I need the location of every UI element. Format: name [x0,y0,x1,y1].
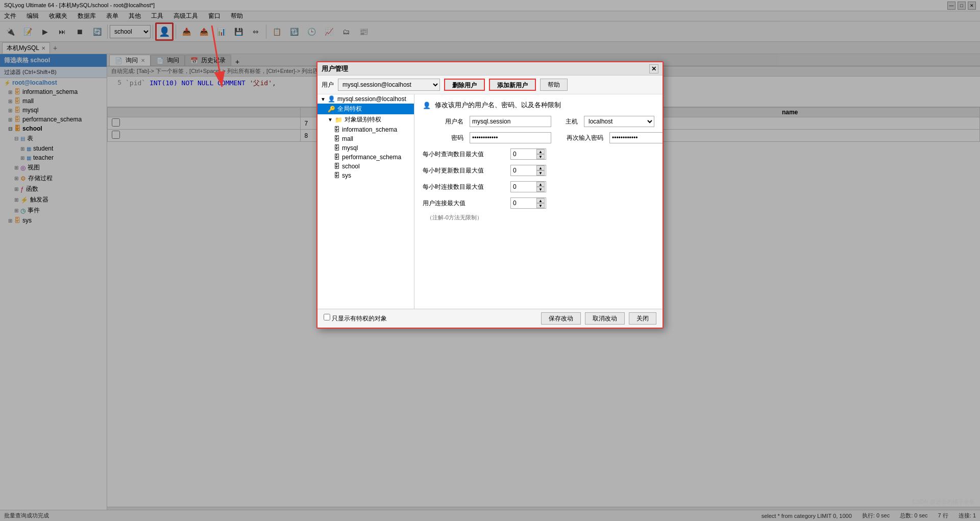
max-updates-up[interactable]: ▲ [536,165,545,170]
max-user-conn-input[interactable] [511,198,536,208]
modal-db-label-sys: sys [342,172,351,179]
modal-tree-mysql[interactable]: 🗄 mysql [317,143,414,153]
max-user-conn-spin-btns: ▲ ▼ [536,198,545,208]
user-management-modal: 用户管理 ✕ 用户 mysql.session@localhost 删除用户 添… [316,61,664,329]
modal-db-icon-info: 🗄 [334,126,340,133]
save-changes-btn[interactable]: 保存改动 [541,312,581,325]
modal-db-label-mall: mall [342,135,353,142]
modal-title-bar: 用户管理 ✕ [317,62,663,76]
max-queries-spin-btns: ▲ ▼ [536,149,545,159]
modal-title: 用户管理 [322,64,348,73]
modal-user-form: 👤 修改该用户的用户名、密码、以及各种限制 用户名 主机 localhost 密… [414,94,663,309]
max-queries-input[interactable] [511,149,536,159]
repassword-label: 再次输入密码 [557,134,603,142]
global-privs-label: 全局特权 [337,105,362,113]
max-connections-label: 每小时连接数目最大值 [423,183,504,191]
max-updates-input[interactable] [511,165,536,176]
user-label: 用户 [322,81,334,89]
host-label: 主机 [557,117,578,126]
modal-toolbar: 用户 mysql.session@localhost 删除用户 添加新用户 帮助 [317,76,663,94]
modal-body: ▼ 👤 mysql.session@localhost 🔑 全局特权 ▼ 📁 对… [317,94,663,309]
max-user-conn-down[interactable]: ▼ [536,203,545,208]
modal-db-label-school: school [342,163,360,170]
modal-footer: 只显示有特权的对象 保存改动 取消改动 关闭 [317,309,663,328]
global-privs-icon: 🔑 [328,106,335,113]
max-user-conn-up[interactable]: ▲ [536,198,545,203]
modal-db-icon-perf: 🗄 [334,154,340,161]
spinbox-hint: （注解-0方法无限制） [427,214,482,221]
modal-tree-user-root[interactable]: ▼ 👤 mysql.session@localhost [317,94,414,104]
modal-overlay: 用户管理 ✕ 用户 mysql.session@localhost 删除用户 添… [0,0,980,519]
user-root-icon: 👤 [328,95,335,103]
help-btn[interactable]: 帮助 [540,79,568,91]
host-selector[interactable]: localhost [584,116,654,127]
hint-row: （注解-0方法无限制） [423,214,654,221]
max-updates-label: 每小时更新数目最大值 [423,166,504,175]
form-header: 👤 修改该用户的用户名、密码、以及各种限制 [423,101,654,110]
max-updates-spinbox: ▲ ▼ [510,165,546,176]
modal-tree-object-privs[interactable]: ▼ 📁 对象级别特权 [317,114,414,125]
cancel-changes-btn[interactable]: 取消改动 [585,312,625,325]
max-updates-down[interactable]: ▼ [536,170,545,176]
max-queries-spinbox: ▲ ▼ [510,148,546,160]
modal-db-label-perf: performance_schema [342,154,401,161]
max-user-conn-spinbox: ▲ ▼ [510,197,546,209]
max-queries-label: 每小时查询数目最大值 [423,150,504,159]
close-modal-btn[interactable]: 关闭 [629,312,656,325]
modal-tree-info-schema[interactable]: 🗄 information_schema [317,125,414,134]
object-privs-label: 对象级别特权 [345,115,381,124]
max-updates-spin-btns: ▲ ▼ [536,165,545,176]
modal-db-icon-mall: 🗄 [334,135,340,142]
max-queries-down[interactable]: ▼ [536,154,545,159]
show-privileged-checkbox-area: 只显示有特权的对象 [324,314,387,323]
user-root-label: mysql.session@localhost [337,95,406,103]
username-input[interactable] [470,116,551,127]
modal-db-icon-sys: 🗄 [334,172,340,179]
modal-user-tree: ▼ 👤 mysql.session@localhost 🔑 全局特权 ▼ 📁 对… [317,94,414,309]
modal-db-label-info: information_schema [342,126,397,133]
max-connections-up[interactable]: ▲ [536,182,545,187]
repassword-input[interactable] [609,132,663,143]
modal-db-label-mysql: mysql [342,144,358,152]
max-connections-down[interactable]: ▼ [536,187,545,192]
object-privs-icon: 📁 [335,116,342,123]
object-privs-expand: ▼ [328,117,333,122]
max-updates-row: 每小时更新数目最大值 ▲ ▼ [423,165,654,176]
modal-tree-perf[interactable]: 🗄 performance_schema [317,153,414,162]
modal-db-icon-mysql: 🗄 [334,144,340,152]
form-header-icon: 👤 [423,102,431,109]
modal-tree-sys[interactable]: 🗄 sys [317,171,414,180]
max-connections-row: 每小时连接数目最大值 ▲ ▼ [423,181,654,192]
modal-footer-buttons: 保存改动 取消改动 关闭 [541,312,656,325]
max-connections-spinbox: ▲ ▼ [510,181,546,192]
max-connections-input[interactable] [511,182,536,192]
tree-expand-icon: ▼ [321,96,326,102]
username-label: 用户名 [423,117,463,126]
add-user-btn[interactable]: 添加新用户 [489,79,536,91]
max-user-conn-label: 用户连接最大值 [423,199,504,208]
form-description: 修改该用户的用户名、密码、以及各种限制 [435,101,561,110]
show-privileged-label: 只显示有特权的对象 [332,315,387,322]
max-user-conn-row: 用户连接最大值 ▲ ▼ [423,197,654,209]
username-host-row: 用户名 主机 localhost [423,116,654,127]
password-row: 密码 再次输入密码 [423,132,654,143]
modal-tree-mall[interactable]: 🗄 mall [317,134,414,143]
max-queries-up[interactable]: ▲ [536,149,545,154]
modal-close-btn[interactable]: ✕ [649,64,658,73]
password-label: 密码 [423,134,463,142]
modal-tree-school[interactable]: 🗄 school [317,162,414,171]
max-connections-spin-btns: ▲ ▼ [536,182,545,192]
delete-user-btn[interactable]: 删除用户 [444,79,485,91]
max-queries-row: 每小时查询数目最大值 ▲ ▼ [423,148,654,160]
modal-db-icon-school: 🗄 [334,163,340,170]
modal-tree-global-privs[interactable]: 🔑 全局特权 [317,104,414,114]
password-input[interactable] [470,132,551,143]
show-privileged-checkbox[interactable] [324,314,330,320]
user-selector[interactable]: mysql.session@localhost [338,79,440,91]
